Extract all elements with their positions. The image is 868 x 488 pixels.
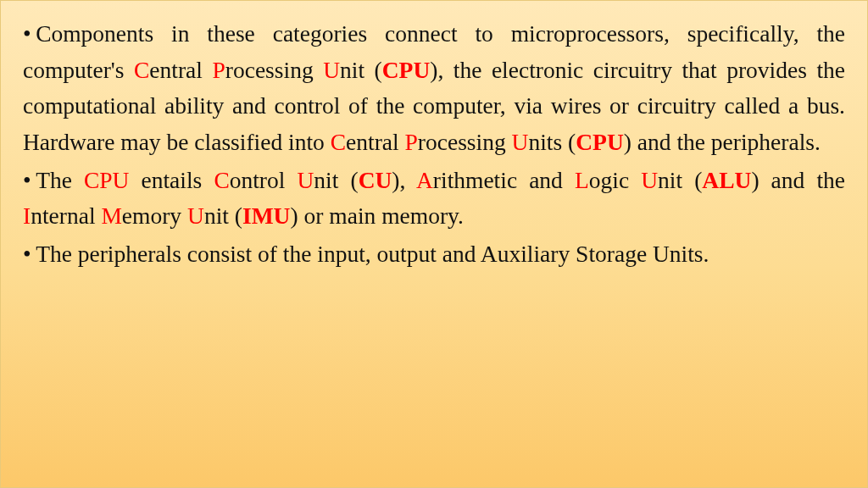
text: ) or main memory. bbox=[290, 202, 463, 229]
text: nit ( bbox=[314, 167, 358, 193]
abbr-cpu: CPU bbox=[382, 57, 431, 83]
text: rithmetic and bbox=[433, 167, 575, 193]
red-letter: U bbox=[323, 57, 340, 83]
red-letter: P bbox=[212, 57, 225, 83]
text: nit ( bbox=[204, 202, 242, 229]
red-letter: C bbox=[134, 57, 149, 83]
text: entral bbox=[346, 129, 404, 155]
abbr-cpu: CPU bbox=[576, 129, 624, 155]
abbr-alu: ALU bbox=[702, 167, 751, 193]
red-letter: U bbox=[641, 167, 658, 193]
bullet-icon: • bbox=[23, 16, 36, 53]
red-letter: I bbox=[23, 202, 31, 229]
text: entral bbox=[149, 57, 212, 83]
text: ), bbox=[392, 167, 416, 193]
text: The bbox=[36, 167, 84, 193]
text: entails bbox=[129, 167, 214, 193]
text: emory bbox=[122, 202, 187, 229]
text: nits ( bbox=[528, 129, 576, 155]
red-letter: U bbox=[297, 167, 314, 193]
text: nternal bbox=[31, 202, 101, 229]
text: rocessing bbox=[418, 129, 512, 155]
bullet-icon: • bbox=[23, 163, 36, 199]
bullet-icon: • bbox=[23, 236, 36, 273]
bullet-paragraph-2: •The CPU entails Control Unit (CU), Arit… bbox=[23, 163, 845, 235]
text: ) and the bbox=[751, 167, 845, 193]
abbr-cpu: CPU bbox=[84, 167, 130, 193]
text: ontrol bbox=[230, 167, 298, 193]
text: ) and the peripherals. bbox=[624, 129, 821, 155]
text: nit ( bbox=[658, 167, 702, 193]
red-letter: M bbox=[101, 202, 121, 229]
red-letter: U bbox=[187, 202, 204, 229]
red-letter: L bbox=[575, 167, 589, 193]
text: ogic bbox=[589, 167, 641, 193]
red-letter: C bbox=[214, 167, 229, 193]
red-letter: P bbox=[405, 129, 418, 155]
abbr-cu: CU bbox=[359, 167, 392, 193]
bullet-paragraph-3: •The peripherals consist of the input, o… bbox=[23, 236, 845, 273]
red-letter: A bbox=[416, 167, 433, 193]
red-letter: U bbox=[512, 129, 529, 155]
text: The peripherals consist of the input, ou… bbox=[36, 241, 709, 267]
abbr-imu: IMU bbox=[242, 202, 291, 229]
red-letter: C bbox=[331, 129, 346, 155]
bullet-paragraph-1: •Components in these categories connect … bbox=[23, 16, 845, 161]
text: rocessing bbox=[225, 57, 323, 83]
text: nit ( bbox=[340, 57, 382, 83]
